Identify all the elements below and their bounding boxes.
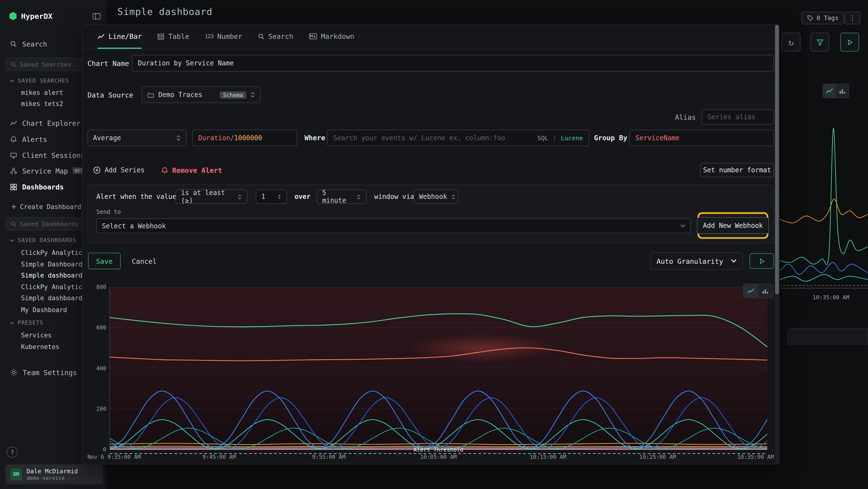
- group-by-field[interactable]: [629, 130, 774, 146]
- schema-badge: Schema: [220, 91, 246, 98]
- alert-window-value: 5 minute: [322, 189, 352, 204]
- saved-searches-section[interactable]: SAVED SEARCHES: [10, 78, 69, 84]
- preset-item[interactable]: Services: [21, 332, 52, 339]
- dashboard-list-item[interactable]: ClickPy Analytics: [21, 249, 86, 257]
- background-chart-type-toggle[interactable]: [823, 84, 849, 98]
- select-chevrons-icon: [238, 194, 242, 200]
- bell-icon: [10, 136, 17, 143]
- data-source-label: Data Source: [88, 91, 133, 99]
- chevron-down-icon: [10, 79, 14, 82]
- line-chart-icon[interactable]: [823, 84, 836, 97]
- filter-button[interactable]: [810, 33, 829, 51]
- where-field[interactable]: SQL | Lucene: [327, 130, 589, 146]
- tab-markdown[interactable]: Markdown: [309, 25, 354, 49]
- chart-name-input[interactable]: [138, 59, 768, 67]
- dashboard-list-item[interactable]: Simple dashboard: [21, 294, 82, 302]
- line-chart-icon[interactable]: [743, 284, 758, 297]
- user-menu[interactable]: DM Dale McDiarmid demo-service -: [5, 464, 103, 484]
- circle-plus-icon: [93, 166, 101, 174]
- alert-channel-value: Webhook: [419, 193, 447, 201]
- svg-text:400: 400: [96, 365, 106, 371]
- webhook-select[interactable]: Select a Webhook: [96, 219, 691, 233]
- chart-name-field[interactable]: [132, 55, 774, 71]
- alert-window-select[interactable]: 5 minute: [317, 190, 367, 204]
- add-new-webhook-button[interactable]: Add New Webhook: [697, 217, 769, 234]
- page-header: Simple dashboard 0 Tags ⋮: [0, 0, 868, 24]
- cancel-button[interactable]: Cancel: [132, 253, 157, 269]
- saved-search-item[interactable]: mikes tets2: [21, 100, 63, 107]
- alias-label: Alias: [647, 113, 696, 121]
- alert-condition-value: is at least (≥): [181, 189, 234, 204]
- dashboard-list-item[interactable]: My Dashboard: [21, 306, 67, 314]
- run-query-button[interactable]: [840, 33, 859, 51]
- tab-label: Table: [168, 32, 189, 40]
- group-by-input[interactable]: [636, 134, 768, 142]
- tab-number[interactable]: 123 Number: [205, 25, 242, 49]
- alert-via-label: window via: [374, 193, 414, 201]
- alias-field[interactable]: [702, 109, 774, 124]
- tags-label: 0 Tags: [816, 15, 838, 22]
- kebab-icon: ⋮: [849, 14, 856, 22]
- sidebar-item-label: Chart Explorer: [22, 119, 81, 127]
- data-source-select[interactable]: Demo Traces Schema: [142, 86, 261, 103]
- saved-dashboards-section[interactable]: SAVED DASHBOARDS: [10, 237, 76, 243]
- tab-search[interactable]: Search: [258, 25, 293, 49]
- aggregation-value: Average: [93, 134, 172, 142]
- bar-chart-icon[interactable]: [836, 84, 849, 97]
- sql-mode[interactable]: SQL: [537, 135, 549, 142]
- chevron-down-icon: [10, 321, 14, 324]
- stepper-icon: [277, 194, 281, 200]
- webhook-select-value: Select a Webhook: [102, 222, 676, 230]
- remove-alert-button[interactable]: Remove Alert: [161, 164, 222, 177]
- help-button[interactable]: ?: [7, 447, 18, 458]
- grid-icon: [10, 183, 17, 191]
- add-series-button[interactable]: Add Series: [93, 164, 145, 177]
- presets-section[interactable]: PRESETS: [10, 320, 43, 326]
- scrollbar-thumb[interactable]: [775, 25, 779, 294]
- dashboard-list-item-active[interactable]: Simple dashboard: [21, 271, 82, 279]
- modal-scrollbar[interactable]: [775, 25, 779, 464]
- tags-button[interactable]: 0 Tags: [802, 11, 844, 24]
- bar-chart-icon[interactable]: [758, 284, 773, 297]
- alert-condition-select[interactable]: is at least (≥): [176, 190, 247, 204]
- saved-search-item[interactable]: mikes alert: [21, 89, 63, 96]
- avatar: DM: [10, 468, 22, 481]
- section-label: SAVED DASHBOARDS: [18, 237, 76, 243]
- svg-text:800: 800: [96, 284, 106, 290]
- dashboard-list-item[interactable]: Simple Dashboard: [21, 260, 82, 268]
- run-chart-button[interactable]: [750, 253, 774, 269]
- chart-editor-modal: Line/Bar Table 123 Number Search: [82, 24, 779, 464]
- network-icon: [10, 167, 17, 174]
- select-chevrons-icon: [176, 135, 181, 141]
- granularity-value: Auto Granularity: [656, 257, 723, 265]
- send-to-label: Send to: [96, 208, 121, 215]
- dashboard-list-item[interactable]: ClickPy Analytics: [21, 283, 86, 291]
- svg-text:200: 200: [96, 406, 106, 412]
- chart-type-toggle[interactable]: [743, 284, 773, 298]
- more-menu-button[interactable]: ⋮: [845, 11, 860, 24]
- alert-channel-select[interactable]: Webhook: [413, 190, 458, 204]
- set-number-format-button[interactable]: Set number format: [700, 163, 774, 177]
- tab-table[interactable]: Table: [157, 25, 189, 49]
- sidebar-collapse-button[interactable]: [91, 11, 102, 21]
- field-expression[interactable]: Duration/1000000: [192, 130, 297, 146]
- background-panel-edge: [787, 328, 868, 345]
- where-input[interactable]: [333, 134, 533, 142]
- sidebar-item-label: Alerts: [22, 135, 47, 143]
- preset-item[interactable]: Kubernetes: [21, 343, 59, 351]
- sidebar-item-label: Search: [22, 39, 47, 48]
- alias-input[interactable]: [707, 113, 768, 121]
- search-icon: [10, 221, 17, 227]
- tab-line-bar[interactable]: Line/Bar: [97, 25, 142, 49]
- refresh-button[interactable]: ↻: [782, 33, 801, 51]
- chevron-down-icon: [680, 224, 685, 228]
- section-label: PRESETS: [18, 320, 43, 326]
- svg-text:10:25:00 AM: 10:25:00 AM: [640, 454, 676, 460]
- save-button[interactable]: Save: [88, 253, 121, 269]
- aggregation-select[interactable]: Average: [88, 130, 187, 146]
- alert-threshold-input[interactable]: 1: [256, 190, 287, 204]
- granularity-select[interactable]: Auto Granularity: [651, 252, 743, 270]
- play-icon: [759, 258, 765, 264]
- sidebar-item-label: Team Settings: [23, 368, 77, 376]
- lucene-mode[interactable]: Lucene: [561, 135, 583, 142]
